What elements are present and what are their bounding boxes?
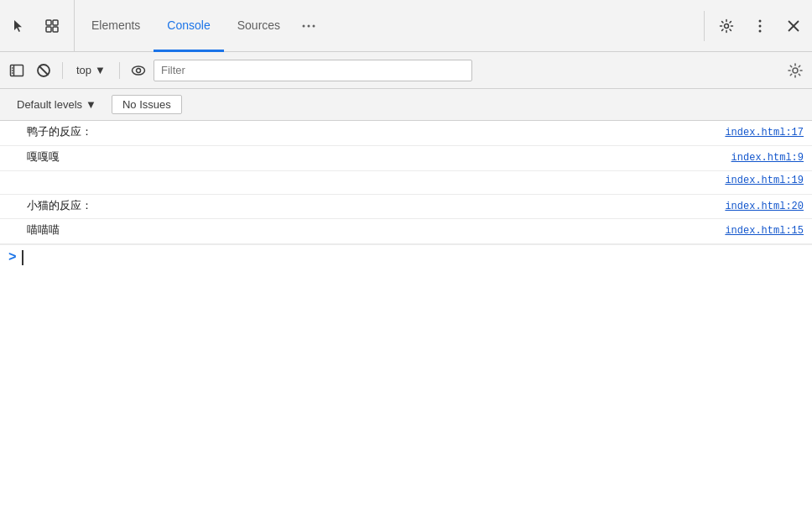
tab-sources[interactable]: Sources [224,1,294,52]
devtools-window-controls [704,11,809,41]
default-levels-label: Default levels [17,98,82,111]
console-link[interactable]: index.html:19 [725,175,804,186]
console-input-row: > [0,244,812,270]
svg-rect-0 [46,20,51,25]
console-row: 嘎嘎嘎 index.html:9 [0,146,812,171]
console-sidebar-button[interactable] [5,59,29,82]
no-issues-label: No Issues [122,98,171,111]
console-row: 鸭子的反应： index.html:17 [0,121,812,146]
svg-point-20 [132,66,144,75]
context-selector[interactable]: top ▼ [70,62,112,78]
svg-point-9 [759,24,762,27]
console-prompt-icon: > [8,250,17,265]
svg-rect-1 [53,20,58,25]
svg-point-21 [136,68,140,72]
devtools-close-button[interactable] [778,11,809,41]
default-levels-arrow: ▼ [86,98,96,111]
console-text: 喵喵喵 [27,222,718,240]
svg-point-8 [759,19,762,22]
console-output: 鸭子的反应： index.html:17 嘎嘎嘎 index.html:9 in… [0,121,812,507]
console-settings-button[interactable] [783,59,807,82]
svg-rect-2 [46,27,51,32]
console-row: 小猫的反应： index.html:20 [0,195,812,220]
console-toolbar: top ▼ [0,52,812,89]
tab-console[interactable]: Console [154,1,223,52]
inspect-element-button[interactable] [37,11,67,41]
toolbar-divider-1 [62,62,63,79]
svg-point-6 [313,24,315,27]
console-text: 嘎嘎嘎 [27,149,725,167]
devtools-mode-buttons [3,0,75,51]
console-link[interactable]: index.html:20 [725,201,804,212]
svg-line-19 [39,65,49,75]
console-cursor [22,250,23,265]
console-main: top ▼ Default levels ▼ No Issues [0,52,812,507]
main-tabs: Elements Console Sources [78,0,704,51]
devtools-tab-bar: Elements Console Sources [0,0,812,52]
devtools-more-button[interactable] [745,11,775,41]
svg-point-5 [308,24,310,27]
svg-point-10 [759,29,762,32]
console-link[interactable]: index.html:9 [731,152,804,164]
console-text: 鸭子的反应： [27,124,718,142]
svg-point-22 [793,68,798,73]
toolbar-divider-2 [119,62,120,79]
devtools-settings-button[interactable] [711,11,742,41]
console-row: 喵喵喵 index.html:15 [0,219,812,244]
more-tabs-button[interactable] [294,0,324,51]
cursor-icon-button[interactable] [3,11,34,41]
console-link[interactable]: index.html:17 [725,127,804,139]
filter-input[interactable] [154,60,472,81]
default-levels-button[interactable]: Default levels ▼ [8,96,105,113]
console-levels-bar: Default levels ▼ No Issues [0,89,812,121]
no-issues-button[interactable]: No Issues [112,95,182,114]
clear-console-button[interactable] [32,59,55,82]
live-expressions-button[interactable] [127,59,150,82]
console-link[interactable]: index.html:15 [725,225,804,237]
context-label: top [76,64,91,76]
tab-elements[interactable]: Elements [78,1,154,52]
context-dropdown-arrow: ▼ [95,64,106,76]
console-row: index.html:19 [0,171,812,195]
svg-point-7 [725,24,729,28]
console-text: 小猫的反应： [27,198,718,216]
svg-point-4 [303,24,305,27]
svg-rect-3 [53,27,58,32]
